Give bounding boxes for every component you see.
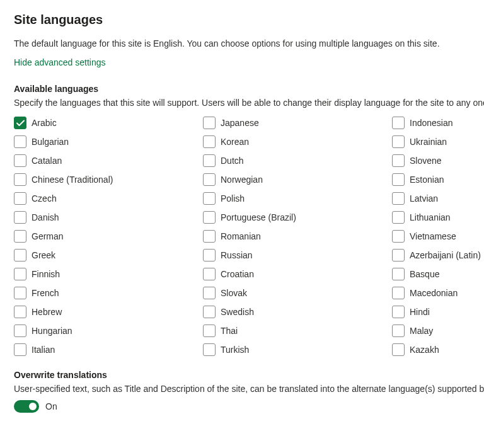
language-row: Slovak	[203, 287, 392, 299]
language-label: Danish	[32, 212, 59, 222]
language-row: Russian	[203, 249, 392, 261]
language-row: Japanese	[203, 117, 392, 129]
language-checkbox[interactable]	[14, 154, 26, 167]
language-checkbox[interactable]	[203, 173, 216, 186]
language-row: Polish	[203, 192, 392, 205]
language-checkbox[interactable]	[203, 268, 216, 280]
language-checkbox[interactable]	[14, 268, 26, 280]
language-checkbox[interactable]	[14, 117, 26, 129]
language-checkbox[interactable]	[203, 287, 216, 299]
language-label: Chinese (Traditional)	[32, 175, 113, 185]
language-checkbox[interactable]	[392, 192, 405, 205]
language-checkbox[interactable]	[14, 249, 26, 261]
language-checkbox[interactable]	[203, 135, 216, 148]
language-checkbox[interactable]	[392, 306, 405, 318]
language-row: Romanian	[203, 230, 392, 243]
language-checkbox[interactable]	[392, 249, 405, 261]
language-row: German	[14, 230, 203, 243]
language-label: Vietnamese	[410, 231, 456, 241]
language-checkbox[interactable]	[392, 211, 405, 224]
language-checkbox[interactable]	[14, 192, 26, 205]
language-checkbox[interactable]	[203, 154, 216, 167]
language-checkbox[interactable]	[14, 135, 26, 148]
language-label: Russian	[221, 250, 253, 260]
overwrite-toggle-row: On	[14, 400, 484, 413]
language-checkbox[interactable]	[14, 287, 26, 299]
language-checkbox[interactable]	[392, 117, 405, 129]
language-row: Estonian	[392, 173, 481, 186]
language-checkbox[interactable]	[203, 117, 216, 129]
language-row: Chinese (Traditional)	[14, 173, 203, 186]
language-checkbox[interactable]	[14, 211, 26, 224]
language-checkbox[interactable]	[14, 230, 26, 243]
language-row: Korean	[203, 135, 392, 148]
language-row: Malay	[392, 325, 481, 337]
language-checkbox[interactable]	[14, 173, 26, 186]
language-row: Turkish	[203, 343, 392, 356]
language-checkbox[interactable]	[203, 211, 216, 224]
hide-advanced-settings-link[interactable]: Hide advanced settings	[14, 57, 106, 67]
language-label: Norwegian	[221, 175, 263, 185]
language-label: Macedonian	[410, 288, 458, 298]
language-column: JapaneseKoreanDutchNorwegianPolishPortug…	[203, 117, 392, 356]
language-checkbox[interactable]	[392, 154, 405, 167]
language-row: Ukrainian	[392, 135, 481, 148]
language-label: Korean	[221, 137, 249, 147]
language-checkbox[interactable]	[203, 230, 216, 243]
language-label: Basque	[410, 269, 439, 279]
language-label: Japanese	[221, 118, 259, 128]
language-label: Malay	[410, 326, 433, 336]
language-label: Catalan	[32, 156, 62, 166]
overwrite-translations-description: User-specified text, such as Title and D…	[14, 384, 484, 394]
language-checkbox[interactable]	[203, 192, 216, 205]
language-label: Croatian	[221, 269, 254, 279]
language-label: German	[32, 231, 64, 241]
language-checkbox[interactable]	[14, 306, 26, 318]
language-row: Hebrew	[14, 306, 203, 318]
language-label: Kazakh	[410, 345, 439, 355]
language-checkbox[interactable]	[203, 306, 216, 318]
language-checkbox[interactable]	[203, 249, 216, 261]
language-label: Arabic	[32, 118, 57, 128]
language-row: Slovene	[392, 154, 481, 167]
language-label: Bulgarian	[32, 137, 69, 147]
overwrite-toggle-label: On	[45, 401, 57, 411]
available-languages-description: Specify the languages that this site wil…	[14, 98, 484, 108]
language-checkbox[interactable]	[14, 343, 26, 356]
language-label: Hungarian	[32, 326, 72, 336]
language-label: Dutch	[221, 156, 244, 166]
language-label: Swedish	[221, 307, 254, 317]
language-row: Danish	[14, 211, 203, 224]
language-row: French	[14, 287, 203, 299]
language-row: Croatian	[203, 268, 392, 280]
language-checkbox[interactable]	[392, 173, 405, 186]
language-column: IndonesianUkrainianSloveneEstonianLatvia…	[392, 117, 481, 356]
language-row: Dutch	[203, 154, 392, 167]
language-row: Czech	[14, 192, 203, 205]
language-row: Lithuanian	[392, 211, 481, 224]
language-label: Slovene	[410, 156, 442, 166]
language-label: Ukrainian	[410, 137, 447, 147]
language-row: Macedonian	[392, 287, 481, 299]
language-row: Hungarian	[14, 325, 203, 337]
language-row: Thai	[203, 325, 392, 337]
language-checkbox[interactable]	[392, 325, 405, 337]
language-checkbox[interactable]	[392, 287, 405, 299]
language-row: Portuguese (Brazil)	[203, 211, 392, 224]
language-label: Turkish	[221, 345, 249, 355]
language-label: Polish	[221, 193, 245, 204]
language-checkbox[interactable]	[203, 343, 216, 356]
language-checkbox[interactable]	[392, 268, 405, 280]
language-row: Kazakh	[392, 343, 481, 356]
overwrite-toggle[interactable]	[14, 400, 39, 413]
language-checkbox[interactable]	[392, 230, 405, 243]
language-checkbox[interactable]	[203, 325, 216, 337]
language-checkbox[interactable]	[392, 135, 405, 148]
language-label: Romanian	[221, 231, 261, 241]
language-row: Indonesian	[392, 117, 481, 129]
language-row: Finnish	[14, 268, 203, 280]
language-checkbox[interactable]	[392, 343, 405, 356]
language-checkbox[interactable]	[14, 325, 26, 337]
language-row: Azerbaijani (Latin)	[392, 249, 481, 261]
language-label: Greek	[32, 250, 55, 260]
